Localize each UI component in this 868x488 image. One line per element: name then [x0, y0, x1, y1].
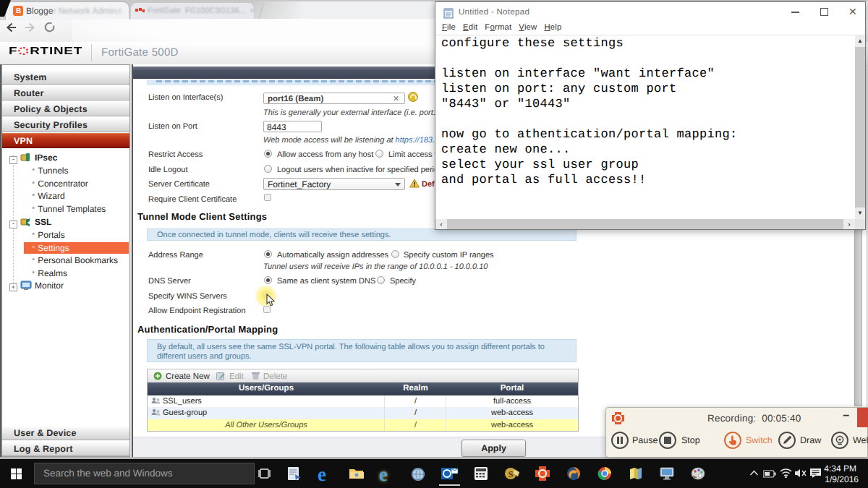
- svg-text:S: S: [509, 469, 514, 479]
